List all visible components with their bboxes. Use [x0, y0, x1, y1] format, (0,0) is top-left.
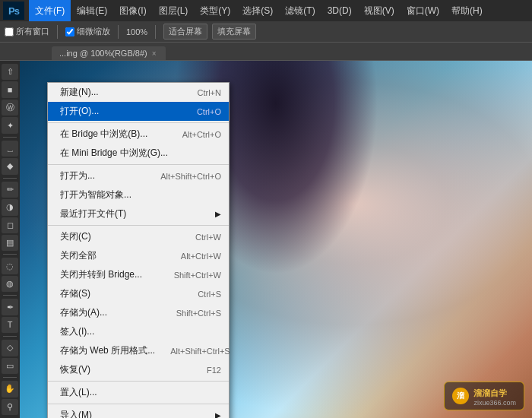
menu-item-label-import: 导入(M)	[60, 409, 215, 418]
menu-separator-20	[48, 404, 229, 404]
menu-item-shortcut-open: Ctrl+O	[197, 107, 221, 116]
menu-type[interactable]: 类型(Y)	[194, 0, 236, 21]
menu-separator-18	[48, 381, 229, 382]
menu-item-open[interactable]: 打开(O)...Ctrl+O	[48, 102, 229, 121]
menu-item-open_smart[interactable]: 打开为智能对象...	[48, 185, 229, 204]
menu-item-new[interactable]: 新建(N)...Ctrl+N	[48, 83, 229, 102]
menu-select[interactable]: 选择(S)	[236, 0, 279, 21]
left-toolbar: ⇧ ■ Ⓦ ✦ ⎵ ◆ ✏ ◑ ◻ ▤ ◌ ◍ ✒ T ◇ ▭ ✋ ⚲	[0, 61, 20, 418]
menu-item-shortcut-save_as: Shift+Ctrl+S	[176, 309, 221, 318]
tool-marquee[interactable]: ■	[2, 81, 18, 97]
menu-item-recent[interactable]: 最近打开文件(T)▶	[48, 204, 229, 223]
tool-path[interactable]: ◇	[2, 340, 18, 356]
menu-layer[interactable]: 图层(L)	[153, 0, 195, 21]
menu-item-label-recent: 最近打开文件(T)	[60, 207, 215, 220]
menu-item-close_all[interactable]: 关闭全部Alt+Ctrl+W	[48, 246, 229, 265]
menu-item-bridge[interactable]: 在 Bridge 中浏览(B)...Alt+Ctrl+O	[48, 125, 229, 144]
menu-separator-2	[48, 122, 229, 123]
all-windows-check[interactable]: 所有窗口	[5, 26, 49, 37]
lt-sep-1	[3, 137, 17, 138]
all-windows-label: 所有窗口	[16, 26, 49, 37]
tool-hand[interactable]: ✋	[2, 381, 18, 397]
tool-clone[interactable]: ◑	[2, 199, 18, 215]
menu-item-shortcut-save_web: Alt+Shift+Ctrl+S	[170, 347, 230, 356]
menu-item-place[interactable]: 置入(L)...	[48, 383, 229, 402]
menu-item-label-place: 置入(L)...	[60, 386, 206, 399]
all-windows-checkbox[interactable]	[5, 27, 14, 36]
lt-sep-5	[3, 336, 17, 337]
menu-item-close[interactable]: 关闭(C)Ctrl+W	[48, 227, 229, 246]
tool-magic-wand[interactable]: ✦	[2, 117, 18, 133]
toolbar-separator-3	[155, 25, 156, 39]
menu-item-shortcut-close: Ctrl+W	[195, 233, 221, 242]
menu-item-save[interactable]: 存储(S)Ctrl+S	[48, 284, 229, 303]
tool-text[interactable]: T	[2, 317, 18, 333]
menu-item-label-close_bridge: 关闭并转到 Bridge...	[60, 268, 159, 281]
menu-item-label-open_as: 打开为...	[60, 169, 145, 182]
menu-item-shortcut-open_as: Alt+Shift+Ctrl+O	[160, 172, 221, 181]
zoom-value-label: 100%	[126, 27, 147, 36]
menu-item-shortcut-save: Ctrl+S	[198, 290, 221, 299]
tool-crop[interactable]: ⎵	[2, 141, 18, 157]
menu-item-label-bridge: 在 Bridge 中浏览(B)...	[60, 128, 167, 141]
menu-edit[interactable]: 编辑(E)	[71, 0, 113, 21]
menu-separator-9	[48, 225, 229, 226]
menu-item-save_web[interactable]: 存储为 Web 所用格式...Alt+Shift+Ctrl+S	[48, 341, 229, 360]
menu-item-label-save_web: 存储为 Web 所用格式...	[60, 344, 155, 357]
menu-item-minibridge[interactable]: 在 Mini Bridge 中浏览(G)...	[48, 144, 229, 163]
tool-move[interactable]: ⇧	[2, 64, 18, 80]
menu-item-label-save: 存储(S)	[60, 287, 182, 300]
tool-gradient[interactable]: ▤	[2, 235, 18, 251]
menu-item-close_bridge[interactable]: 关闭并转到 Bridge...Shift+Ctrl+W	[48, 265, 229, 284]
menu-item-import[interactable]: 导入(M)▶	[48, 406, 229, 418]
menu-item-shortcut-close_bridge: Shift+Ctrl+W	[174, 271, 221, 280]
tool-eyedropper[interactable]: ◆	[2, 158, 18, 174]
menu-item-shortcut-close_all: Alt+Ctrl+W	[181, 252, 221, 261]
menu-item-label-minibridge: 在 Mini Bridge 中浏览(G)...	[60, 147, 206, 160]
lt-sep-2	[3, 178, 17, 179]
tool-pen[interactable]: ✒	[2, 299, 18, 315]
menu-item-label-save_as: 存储为(A)...	[60, 306, 161, 319]
menu-item-open_as[interactable]: 打开为...Alt+Shift+Ctrl+O	[48, 166, 229, 185]
tool-shape[interactable]: ▭	[2, 358, 18, 374]
menu-item-shortcut-new: Ctrl+N	[198, 88, 221, 97]
fine-zoom-check[interactable]: 细微缩放	[65, 26, 110, 37]
tool-brush[interactable]: ✏	[2, 182, 18, 198]
fit-screen-button[interactable]: 适合屏幕	[163, 24, 207, 40]
tab-close-button[interactable]: ×	[152, 49, 157, 58]
lt-sep-4	[3, 295, 17, 296]
menu-window[interactable]: 窗口(W)	[401, 0, 445, 21]
menu-filter[interactable]: 滤镜(T)	[279, 0, 321, 21]
menu-item-label-new: 新建(N)...	[60, 86, 182, 99]
file-dropdown-menu: 新建(N)...Ctrl+N打开(O)...Ctrl+O在 Bridge 中浏览…	[47, 82, 230, 418]
fine-zoom-label: 细微缩放	[77, 26, 110, 37]
menu-items: 文件(F) 编辑(E) 图像(I) 图层(L) 类型(Y) 选择(S) 滤镜(T…	[29, 0, 489, 21]
menu-3d[interactable]: 3D(D)	[321, 0, 358, 21]
tool-lasso[interactable]: Ⓦ	[2, 100, 18, 116]
menu-item-label-open_smart: 打开为智能对象...	[60, 188, 206, 201]
watermark-text-block: 溜溜自学 zixue366.com	[473, 385, 516, 407]
menu-item-label-checkin: 签入(I)...	[60, 325, 206, 338]
document-tab[interactable]: ...ing @ 100%(RGB/8#) ×	[52, 46, 166, 60]
menu-item-shortcut-import: ▶	[215, 411, 221, 418]
toolbar-bar: 所有窗口 细微缩放 100% 适合屏幕 填充屏幕	[0, 21, 532, 43]
tool-dodge[interactable]: ◍	[2, 276, 18, 292]
watermark-main-text: 溜溜自学	[473, 388, 507, 397]
menu-item-revert[interactable]: 恢复(V)F12	[48, 360, 229, 379]
menu-item-checkin[interactable]: 签入(I)...	[48, 322, 229, 341]
fill-screen-button[interactable]: 填充屏幕	[212, 24, 256, 40]
menu-file[interactable]: 文件(F)	[29, 0, 71, 21]
menu-image[interactable]: 图像(I)	[113, 0, 152, 21]
watermark-icon: 溜	[452, 388, 469, 404]
tool-eraser[interactable]: ◻	[2, 217, 18, 233]
menu-item-save_as[interactable]: 存储为(A)...Shift+Ctrl+S	[48, 303, 229, 322]
tool-zoom[interactable]: ⚲	[2, 399, 18, 415]
tab-bar: ...ing @ 100%(RGB/8#) ×	[0, 43, 532, 61]
menu-view[interactable]: 视图(V)	[358, 0, 401, 21]
menu-item-shortcut-revert: F12	[207, 366, 221, 375]
fine-zoom-checkbox[interactable]	[65, 27, 74, 36]
menu-item-label-close: 关闭(C)	[60, 230, 180, 243]
tool-blur[interactable]: ◌	[2, 258, 18, 274]
menu-help[interactable]: 帮助(H)	[445, 0, 489, 21]
menu-item-label-revert: 恢复(V)	[60, 363, 192, 376]
